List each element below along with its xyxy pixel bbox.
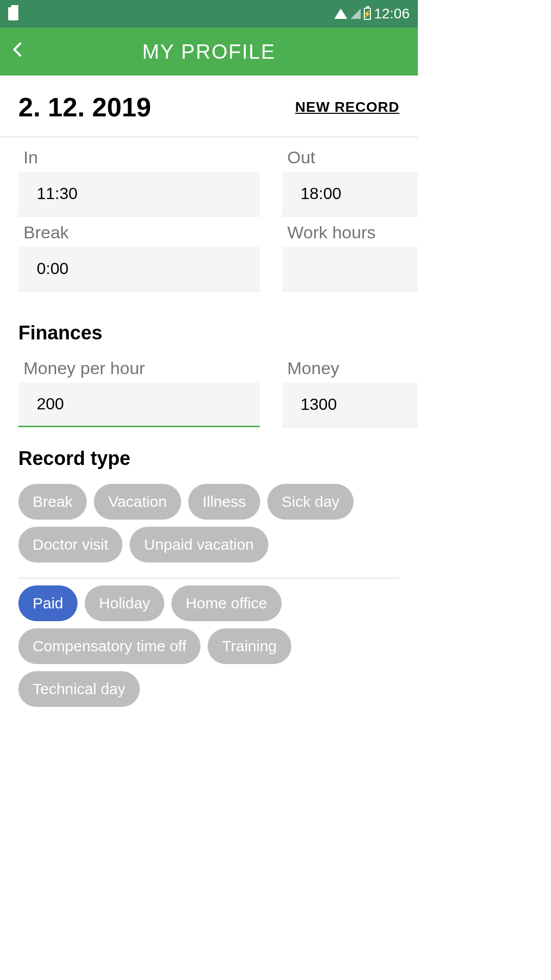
finances-title: Finances [18, 322, 399, 344]
date-label: 2. 12. 2019 [18, 92, 151, 122]
out-input[interactable] [282, 172, 418, 216]
record-type-group1: BreakVacationIllnessSick dayDoctor visit… [18, 484, 399, 571]
signal-icon [350, 9, 361, 19]
chip-doctor-visit[interactable]: Doctor visit [18, 527, 122, 562]
money-group: Money [282, 358, 418, 427]
break-group: Break [18, 223, 260, 291]
chip-paid[interactable]: Paid [18, 585, 78, 621]
out-label: Out [282, 148, 418, 167]
status-right: ⚡ 12:06 [334, 6, 410, 22]
chip-unpaid-vacation[interactable]: Unpaid vacation [130, 527, 268, 562]
money-input[interactable] [282, 382, 418, 427]
chip-technical-day[interactable]: Technical day [18, 671, 140, 707]
wifi-icon [334, 9, 347, 19]
chip-vacation[interactable]: Vacation [94, 484, 181, 520]
break-input[interactable] [18, 247, 260, 291]
chevron-left-icon [12, 41, 22, 58]
money-per-hour-label: Money per hour [18, 358, 260, 378]
status-left [8, 7, 18, 20]
date-row: 2. 12. 2019 NEW RECORD [0, 76, 418, 137]
content-area: 2. 12. 2019 NEW RECORD In Out Break Work… [0, 76, 418, 715]
finances-section: Finances Money per hour Money [0, 322, 418, 427]
status-bar: ⚡ 12:06 [0, 0, 418, 28]
money-per-hour-group: Money per hour [18, 358, 260, 427]
record-type-group2: PaidHolidayHome officeCompensatory time … [18, 585, 399, 715]
break-label: Break [18, 223, 260, 242]
chip-sick-day[interactable]: Sick day [267, 484, 354, 520]
work-hours-label: Work hours [282, 223, 418, 242]
status-time: 12:06 [374, 6, 410, 22]
time-fields-section: In Out Break Work hours [0, 137, 418, 302]
app-title: MY PROFILE [142, 40, 276, 63]
chip-home-office[interactable]: Home office [171, 585, 282, 621]
app-bar: MY PROFILE [0, 28, 418, 76]
work-hours-group: Work hours [282, 223, 418, 291]
money-per-hour-input[interactable] [18, 382, 260, 427]
battery-charging-icon: ⚡ [364, 8, 371, 20]
chip-compensatory-time-off[interactable]: Compensatory time off [18, 628, 201, 664]
money-label: Money [282, 358, 418, 378]
out-group: Out [282, 148, 418, 216]
back-button[interactable] [8, 37, 27, 66]
chip-holiday[interactable]: Holiday [85, 585, 164, 621]
work-hours-input[interactable] [282, 247, 418, 291]
divider [18, 578, 399, 578]
record-type-title: Record type [18, 448, 399, 470]
in-group: In [18, 148, 260, 216]
chip-training[interactable]: Training [208, 628, 291, 664]
chip-break[interactable]: Break [18, 484, 87, 520]
in-label: In [18, 148, 260, 167]
sd-card-icon [8, 7, 18, 20]
new-record-button[interactable]: NEW RECORD [295, 99, 399, 115]
record-type-section: Record type BreakVacationIllnessSick day… [0, 448, 418, 715]
chip-illness[interactable]: Illness [188, 484, 260, 520]
in-input[interactable] [18, 172, 260, 216]
